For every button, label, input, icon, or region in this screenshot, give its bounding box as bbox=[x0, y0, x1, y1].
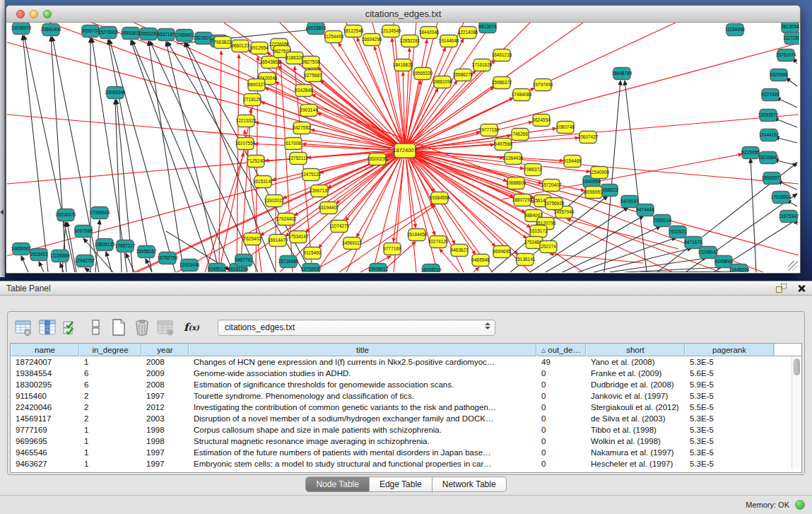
graph-node-label: 17534147 bbox=[288, 234, 309, 239]
table-panel-body: f(x) citations_edges.txt namein_degreeye… bbox=[0, 296, 812, 495]
graph-node-label: 3915451 bbox=[30, 252, 48, 257]
graph-node-label: 746266 bbox=[512, 132, 528, 136]
close-panel-icon[interactable] bbox=[796, 284, 806, 293]
graph-node-label: 9245012 bbox=[208, 267, 226, 271]
panel-collapse-arrow-icon[interactable] bbox=[0, 209, 4, 215]
graph-node-label: 20053346 bbox=[105, 90, 126, 95]
table-cell-short: Franke et al. (2009) bbox=[586, 368, 685, 379]
window-resize-grip[interactable] bbox=[788, 261, 798, 271]
table-cell-name: 18300295 bbox=[11, 379, 79, 390]
graph-node-label: 617008 bbox=[286, 141, 301, 146]
table-cell-out_de: 0 bbox=[536, 368, 586, 379]
table-cell-title: Disruption of a novel member of a sodium… bbox=[189, 413, 536, 424]
table-row[interactable]: 2242004622012Investigating the contribut… bbox=[11, 402, 801, 413]
graph-node-label: 8186328 bbox=[286, 55, 304, 60]
minimize-window-icon[interactable] bbox=[30, 10, 38, 18]
network-canvas-svg[interactable]: 1903557020691406905570715276905169538101… bbox=[7, 23, 799, 272]
table-toolbar: f(x) citations_edges.txt bbox=[8, 312, 804, 343]
memory-status-label: Memory: OK bbox=[746, 501, 789, 509]
control-panel-collapsed-strip[interactable] bbox=[0, 0, 5, 277]
select-columns-icon[interactable] bbox=[63, 319, 78, 337]
table-cell-name: 14569117 bbox=[11, 413, 79, 424]
table-source-combo[interactable]: citations_edges.txt bbox=[218, 320, 495, 336]
graph-node-label: 9890327 bbox=[247, 82, 266, 87]
graph-node-label: 16648784 bbox=[612, 71, 632, 76]
table-scrollbar[interactable] bbox=[792, 356, 801, 469]
table-row[interactable]: 946362711997Embryonic stem cells: a mode… bbox=[11, 458, 801, 469]
table-row[interactable]: 969969511998Structural magnetic resonanc… bbox=[11, 436, 801, 447]
table-row[interactable]: 911546021997Tourette syndrome. Phenomeno… bbox=[11, 390, 801, 402]
tab-edge-table[interactable]: Edge Table bbox=[370, 477, 433, 492]
graph-node-label: 9699695 bbox=[493, 249, 511, 254]
graph-node-label: 16210643 bbox=[758, 155, 779, 160]
table-row[interactable]: 1456911722003Disruption of a novel membe… bbox=[11, 413, 801, 424]
table-row[interactable]: 1830029562008Estimation of significance … bbox=[11, 379, 801, 390]
network-window-titlebar[interactable]: citations_edges.txt bbox=[6, 6, 800, 23]
table-row[interactable]: 977716911998Corpus callosum shape and si… bbox=[11, 424, 801, 436]
graph-node-label: 14957946 bbox=[554, 209, 575, 214]
graph-node-label: 18724007 bbox=[393, 147, 416, 153]
graph-node-label: 6479197 bbox=[620, 199, 639, 204]
table-settings-icon[interactable] bbox=[15, 319, 33, 337]
graph-node-label: 20206576 bbox=[56, 212, 76, 217]
table-cell-pagerank: 5.6E-5 bbox=[685, 368, 774, 379]
graph-node-label: 18122548 bbox=[343, 28, 364, 33]
graph-node-label: 13505135 bbox=[95, 242, 115, 247]
graph-node-label: 9055707 bbox=[81, 28, 100, 33]
column-header-title[interactable]: title bbox=[189, 344, 536, 356]
table-cell-pagerank: 5.3E-5 bbox=[685, 458, 774, 469]
graph-node-label: 19384554 bbox=[430, 195, 450, 200]
graph-node-label: 9660123 bbox=[231, 43, 249, 48]
new-table-icon[interactable] bbox=[110, 318, 127, 337]
graph-node-label: 19797493 bbox=[533, 82, 553, 87]
graph-node-label: 9465546 bbox=[471, 257, 490, 262]
combo-spinner-icon[interactable] bbox=[485, 322, 490, 329]
network-canvas[interactable]: 1903557020691406905570715276905169538101… bbox=[7, 23, 799, 272]
table-row[interactable]: 1938455462009Genome-wide association stu… bbox=[11, 368, 801, 379]
tab-node-table[interactable]: Node Table bbox=[305, 477, 370, 492]
table-cell-pagerank: 5.9E-5 bbox=[685, 379, 774, 390]
show-column-icon[interactable] bbox=[39, 319, 57, 337]
column-header-name[interactable]: name bbox=[11, 344, 79, 356]
graph-node-label: 19756928 bbox=[544, 201, 565, 206]
delete-table-icon[interactable] bbox=[157, 319, 175, 337]
graph-node-label: 13967137 bbox=[310, 188, 330, 193]
table-cell-in_degree: 1 bbox=[79, 436, 141, 447]
tab-network-table[interactable]: Network Table bbox=[433, 477, 507, 492]
column-header-short[interactable]: short bbox=[586, 344, 685, 356]
graph-node-label: 9154469 bbox=[563, 158, 582, 163]
row-height-icon[interactable] bbox=[92, 319, 100, 336]
function-builder-icon[interactable]: f(x) bbox=[184, 321, 199, 334]
table-row[interactable]: 1872400712008Changes of HCN gene express… bbox=[11, 356, 801, 368]
table-cell-pagerank: 5.3E-5 bbox=[685, 447, 774, 458]
table-cell-name: 9465546 bbox=[11, 447, 79, 458]
graph-node-label: 252274 bbox=[541, 244, 556, 249]
table-row[interactable]: 946554611997Estimation of the future num… bbox=[11, 447, 801, 458]
zoom-window-icon[interactable] bbox=[43, 10, 52, 18]
graph-node-label: 8537187 bbox=[157, 32, 175, 37]
graph-node-label: 8813074 bbox=[478, 24, 497, 29]
delete-rows-icon[interactable] bbox=[134, 318, 151, 337]
close-window-icon[interactable] bbox=[16, 10, 25, 18]
graph-node-label: 11156869 bbox=[50, 253, 70, 258]
float-panel-icon[interactable] bbox=[776, 284, 787, 293]
table-cell-pagerank: 5.3E-5 bbox=[685, 424, 774, 436]
graph-node-label: 15751074 bbox=[776, 52, 796, 57]
graph-node-label: 12445204 bbox=[729, 267, 750, 272]
column-header-pagerank[interactable]: pagerank bbox=[685, 344, 774, 356]
graph-node-label: 14850561 bbox=[11, 246, 32, 251]
memory-status-icon bbox=[795, 500, 805, 510]
table-cell-out_de: 0 bbox=[536, 436, 586, 447]
table-scrollbar-thumb[interactable] bbox=[794, 358, 800, 375]
graph-node-label: 15184454 bbox=[407, 232, 428, 237]
network-view-window[interactable]: citations_edges.txt 19035570206914069055… bbox=[6, 5, 801, 274]
column-header-in_degree[interactable]: in_degree bbox=[79, 344, 141, 356]
graph-node-label: 10245042 bbox=[698, 250, 719, 255]
column-header-out_de[interactable]: △out_de… bbox=[536, 344, 586, 356]
graph-node-label: 12752112 bbox=[288, 156, 309, 160]
column-header-year[interactable]: year bbox=[141, 344, 189, 356]
graph-node-label: 9457791 bbox=[235, 257, 253, 262]
graph-node-label: 9463627 bbox=[450, 247, 469, 252]
graph-node-label: 9777169 bbox=[383, 246, 401, 251]
table-cell-year: 1998 bbox=[141, 424, 189, 436]
